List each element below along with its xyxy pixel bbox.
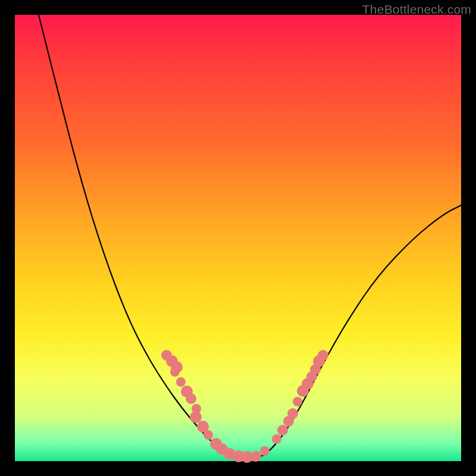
bead — [272, 434, 281, 444]
bead — [186, 393, 196, 404]
bead — [203, 430, 213, 440]
bead — [190, 411, 202, 423]
bead-group — [161, 350, 328, 463]
bead — [170, 367, 180, 377]
bead — [293, 397, 302, 406]
curve-right-curve — [241, 205, 461, 460]
bead — [250, 451, 261, 462]
bead — [277, 425, 288, 436]
curve-group — [39, 15, 461, 460]
curve-left-curve — [39, 15, 241, 460]
chart-svg — [15, 15, 461, 461]
bead — [287, 408, 298, 419]
bead — [260, 446, 270, 456]
bead — [176, 377, 186, 387]
bead — [318, 350, 328, 361]
